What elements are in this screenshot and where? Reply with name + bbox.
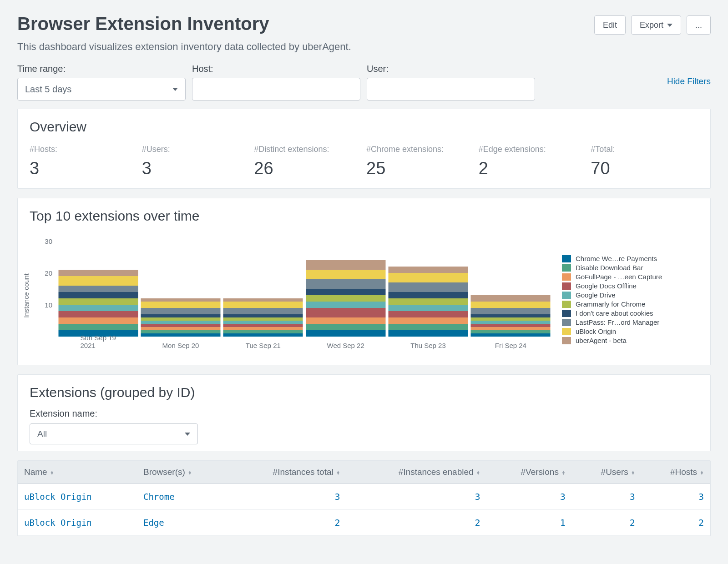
bar-segment: [389, 317, 468, 324]
column-header[interactable]: #Users▲▼: [572, 461, 642, 484]
legend-label: GoFullPage - …een Capture: [576, 273, 662, 281]
y-tick: 20: [39, 269, 52, 277]
bar-segment: [223, 314, 303, 317]
cell-name[interactable]: uBlock Origin: [18, 484, 137, 510]
sort-icon: ▲▼: [50, 471, 54, 474]
bar-segment: [58, 324, 138, 330]
column-header[interactable]: Name▲▼: [18, 461, 137, 484]
extensions-title: Extensions (grouped by ID): [30, 385, 698, 400]
bar-segment: [306, 270, 385, 279]
extensions-panel: Extensions (grouped by ID) Extension nam…: [17, 374, 711, 451]
stat-label: #Users:: [142, 145, 250, 154]
bar-segment: [306, 289, 385, 295]
bar-segment: [306, 317, 385, 324]
stat-label: #Hosts:: [30, 145, 137, 154]
legend-swatch: [562, 310, 571, 317]
column-header[interactable]: #Instances enabled▲▼: [347, 461, 487, 484]
cell-instances-enabled[interactable]: 2: [347, 510, 487, 536]
bar-segment: [306, 302, 385, 308]
legend-swatch: [562, 301, 571, 308]
sort-icon: ▲▼: [561, 471, 566, 474]
cell-name[interactable]: uBlock Origin: [18, 510, 137, 536]
bar-segment: [223, 324, 303, 327]
bar-segment: [306, 330, 385, 337]
bar-segment: [389, 267, 468, 273]
column-header[interactable]: #Hosts▲▼: [642, 461, 710, 484]
bar-segment: [223, 330, 303, 333]
column-header[interactable]: #Instances total▲▼: [228, 461, 347, 484]
bar-segment: [141, 327, 221, 330]
legend-swatch: [562, 255, 571, 262]
legend-label: uberAgent - beta: [576, 337, 627, 344]
stat-value: 25: [366, 159, 474, 178]
bar-segment: [58, 311, 138, 317]
cell-versions[interactable]: 3: [487, 484, 572, 510]
x-tick: Sun Sep 19 2021: [80, 334, 116, 349]
hide-filters-link[interactable]: Hide Filters: [667, 76, 711, 88]
host-label: Host:: [192, 64, 360, 74]
x-tick: Wed Sep 22: [327, 342, 364, 349]
bar-segment: [223, 333, 303, 337]
time-range-label: Time range:: [17, 64, 186, 74]
bar-segment: [471, 330, 551, 333]
filter-bar: Time range: Last 5 days Host: User: Hide…: [17, 64, 711, 101]
time-range-select[interactable]: Last 5 days: [17, 78, 186, 101]
legend-item: GoFullPage - …een Capture: [562, 273, 698, 281]
stat-value: 3: [142, 159, 250, 178]
extension-name-select[interactable]: All: [30, 423, 198, 444]
column-header[interactable]: Browser(s)▲▼: [137, 461, 228, 484]
bar-segment: [223, 308, 303, 314]
bar-segment: [306, 308, 385, 317]
cell-instances-total[interactable]: 2: [228, 510, 347, 536]
bar-segment: [389, 282, 468, 292]
cell-browser[interactable]: Edge: [137, 510, 228, 536]
user-input[interactable]: [367, 78, 535, 101]
bar-group: [389, 267, 468, 337]
stat-value: 70: [591, 159, 698, 178]
bar-segment: [306, 295, 385, 302]
bar-segment: [471, 317, 551, 321]
edit-button[interactable]: Edit: [594, 15, 626, 35]
bar-segment: [58, 298, 138, 305]
chevron-down-icon: [185, 433, 190, 436]
cell-hosts[interactable]: 2: [642, 510, 710, 536]
legend-label: uBlock Origin: [576, 327, 616, 335]
legend-item: LastPass: Fr…ord Manager: [562, 318, 698, 326]
bar-segment: [306, 279, 385, 289]
bar-segment: [389, 324, 468, 330]
cell-instances-total[interactable]: 3: [228, 484, 347, 510]
cell-browser[interactable]: Chrome: [137, 484, 228, 510]
export-button[interactable]: Export: [631, 15, 681, 35]
legend-label: Grammarly for Chrome: [576, 300, 645, 308]
column-label: #Instances enabled: [399, 467, 474, 477]
cell-versions[interactable]: 1: [487, 510, 572, 536]
x-tick: Thu Sep 23: [410, 342, 446, 349]
bar-group: [306, 260, 385, 337]
bar-segment: [389, 273, 468, 282]
legend-label: Google Drive: [576, 291, 616, 299]
table-row: uBlock OriginChrome33333: [18, 484, 710, 510]
column-header[interactable]: #Versions▲▼: [487, 461, 572, 484]
cell-hosts[interactable]: 3: [642, 484, 710, 510]
bar-segment: [141, 333, 221, 337]
cell-instances-enabled[interactable]: 3: [347, 484, 487, 510]
sort-icon: ▲▼: [700, 471, 704, 474]
export-button-label: Export: [640, 20, 663, 30]
stat-label: #Chrome extensions:: [366, 145, 474, 154]
bar-segment: [58, 276, 138, 286]
bar-segment: [141, 314, 221, 317]
extensions-table: Name▲▼Browser(s)▲▼#Instances total▲▼#Ins…: [18, 461, 710, 536]
more-button[interactable]: ...: [687, 15, 711, 35]
bar-group: [58, 270, 138, 337]
stat-label: #Edge extensions:: [479, 145, 586, 154]
stat-label: #Total:: [591, 145, 698, 154]
chart-legend: Chrome We…re PaymentsDisable Download Ba…: [562, 237, 698, 355]
legend-swatch: [562, 264, 571, 272]
host-input[interactable]: [192, 78, 360, 101]
extensions-table-panel: Name▲▼Browser(s)▲▼#Instances total▲▼#Ins…: [17, 460, 711, 536]
legend-label: I don't care about cookies: [576, 309, 653, 317]
column-label: Name: [24, 467, 47, 477]
table-row: uBlock OriginEdge22122: [18, 510, 710, 536]
cell-users[interactable]: 2: [572, 510, 642, 536]
cell-users[interactable]: 3: [572, 484, 642, 510]
